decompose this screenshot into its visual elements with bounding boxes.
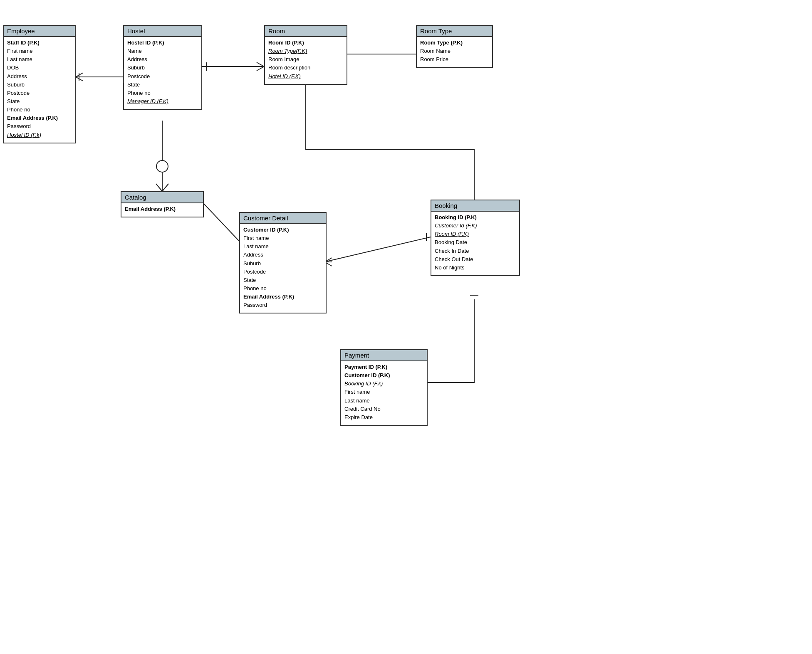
- booking-entity: Booking Booking ID (P.K) Customer Id (F.…: [431, 200, 520, 276]
- room-header: Room: [265, 26, 347, 37]
- payment-field-custid: Customer ID (P.K): [344, 371, 423, 380]
- payment-entity: Payment Payment ID (P.K) Customer ID (P.…: [340, 349, 428, 426]
- payment-field-bookingid: Booking ID (F.k): [344, 380, 423, 388]
- booking-field-date: Booking Date: [435, 238, 516, 247]
- room-field-description: Room description: [268, 64, 343, 72]
- booking-field-nights: No of Nights: [435, 264, 516, 272]
- customerdetail-entity: Customer Detail Customer ID (P.K) First …: [239, 212, 327, 313]
- svg-line-7: [257, 62, 264, 67]
- employee-field-dob: DOB: [7, 64, 72, 72]
- booking-field-id: Booking ID (P.K): [435, 213, 516, 222]
- hostel-field-managerid: Manager ID (F.K): [127, 97, 198, 106]
- hostel-field-id: Hostel ID (P.K): [127, 39, 198, 47]
- employee-field-hostelid: Hostel ID (F.k): [7, 131, 72, 139]
- room-field-image: Room Image: [268, 55, 343, 64]
- hostel-field-postcode: Postcode: [127, 72, 198, 81]
- connectors-svg: [0, 0, 812, 654]
- hostel-field-phoneno: Phone no: [127, 89, 198, 97]
- booking-field-roomid: Room ID (F.K): [435, 230, 516, 238]
- room-field-type: Room Type(F.K): [268, 47, 343, 55]
- hostel-entity: Hostel Hostel ID (P.K) Name Address Subu…: [123, 25, 202, 110]
- employee-header: Employee: [4, 26, 75, 37]
- room-entity: Room Room ID (P.K) Room Type(F.K) Room I…: [264, 25, 347, 85]
- booking-header: Booking: [431, 200, 519, 212]
- catalog-field-email: Email Address (P.K): [125, 205, 200, 213]
- room-field-hotelid: Hotel ID (F.K): [268, 72, 343, 81]
- hostel-field-state: State: [127, 81, 198, 89]
- employee-entity: Employee Staff ID (P.K) First name Last …: [3, 25, 76, 143]
- roomtype-field-type: Room Type (P.K): [420, 39, 489, 47]
- svg-line-28: [324, 237, 431, 262]
- payment-field-expire: Expire Date: [344, 413, 423, 422]
- cd-field-state: State: [243, 276, 322, 284]
- roomtype-field-name: Room Name: [420, 47, 489, 55]
- svg-line-2: [76, 73, 83, 77]
- employee-field-email: Email Address (P.K): [7, 114, 72, 122]
- booking-field-checkout: Check Out Date: [435, 255, 516, 264]
- svg-line-19: [156, 184, 162, 191]
- customerdetail-header: Customer Detail: [240, 213, 326, 224]
- payment-field-lastname: Last name: [344, 397, 423, 405]
- catalog-entity: Catalog Email Address (P.K): [121, 191, 204, 217]
- catalog-header: Catalog: [121, 192, 203, 203]
- hostel-field-address: Address: [127, 55, 198, 64]
- cd-field-id: Customer ID (P.K): [243, 226, 322, 234]
- booking-field-checkin: Check In Date: [435, 247, 516, 255]
- employee-field-staffid: Staff ID (P.K): [7, 39, 72, 47]
- hostel-header: Hostel: [124, 26, 201, 37]
- roomtype-body: Room Type (P.K) Room Name Room Price: [417, 37, 492, 67]
- cd-field-lastname: Last name: [243, 242, 322, 251]
- employee-field-lastname: Last name: [7, 55, 72, 64]
- cd-field-phoneno: Phone no: [243, 284, 322, 293]
- employee-field-password: Password: [7, 122, 72, 131]
- employee-field-address: Address: [7, 72, 72, 81]
- payment-header: Payment: [341, 350, 427, 361]
- employee-field-postcode: Postcode: [7, 89, 72, 97]
- svg-line-21: [162, 184, 168, 191]
- employee-body: Staff ID (P.K) First name Last name DOB …: [4, 37, 75, 143]
- roomtype-field-price: Room Price: [420, 55, 489, 64]
- employee-field-phoneno: Phone no: [7, 106, 72, 114]
- cd-field-password: Password: [243, 301, 322, 309]
- hostel-field-suburb: Suburb: [127, 64, 198, 72]
- cd-field-suburb: Suburb: [243, 259, 322, 268]
- catalog-body: Email Address (P.K): [121, 203, 203, 217]
- cd-field-postcode: Postcode: [243, 268, 322, 276]
- room-body: Room ID (P.K) Room Type(F.K) Room Image …: [265, 37, 347, 84]
- room-field-id: Room ID (P.K): [268, 39, 343, 47]
- payment-field-payid: Payment ID (P.K): [344, 363, 423, 371]
- employee-field-firstname: First name: [7, 47, 72, 55]
- svg-line-9: [257, 67, 264, 71]
- svg-point-17: [156, 160, 168, 172]
- payment-field-creditcard: Credit Card No: [344, 405, 423, 413]
- employee-field-suburb: Suburb: [7, 81, 72, 89]
- cd-field-email: Email Address (P.K): [243, 293, 322, 301]
- roomtype-entity: Room Type Room Type (P.K) Room Name Room…: [416, 25, 493, 68]
- booking-body: Booking ID (P.K) Customer Id (F.K) Room …: [431, 212, 519, 275]
- payment-body: Payment ID (P.K) Customer ID (P.K) Booki…: [341, 361, 427, 425]
- booking-field-customerid: Customer Id (F.K): [435, 222, 516, 230]
- svg-line-22: [204, 204, 239, 241]
- employee-field-state: State: [7, 97, 72, 106]
- hostel-body: Hostel ID (P.K) Name Address Suburb Post…: [124, 37, 201, 109]
- svg-line-4: [76, 77, 83, 81]
- customerdetail-body: Customer ID (P.K) First name Last name A…: [240, 224, 326, 313]
- hostel-field-name: Name: [127, 47, 198, 55]
- payment-field-firstname: First name: [344, 388, 423, 396]
- cd-field-firstname: First name: [243, 234, 322, 242]
- cd-field-address: Address: [243, 251, 322, 259]
- roomtype-header: Room Type: [417, 26, 492, 37]
